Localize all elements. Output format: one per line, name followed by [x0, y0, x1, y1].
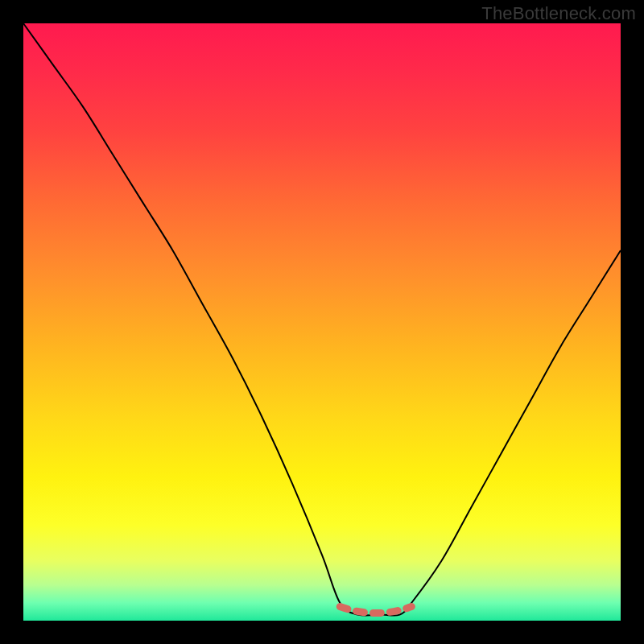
- plot-area: [23, 23, 621, 621]
- bottleneck-curve: [23, 23, 621, 616]
- chart-svg: [23, 23, 621, 621]
- watermark-text: TheBottleneck.com: [481, 3, 636, 24]
- chart-frame: TheBottleneck.com: [0, 0, 644, 644]
